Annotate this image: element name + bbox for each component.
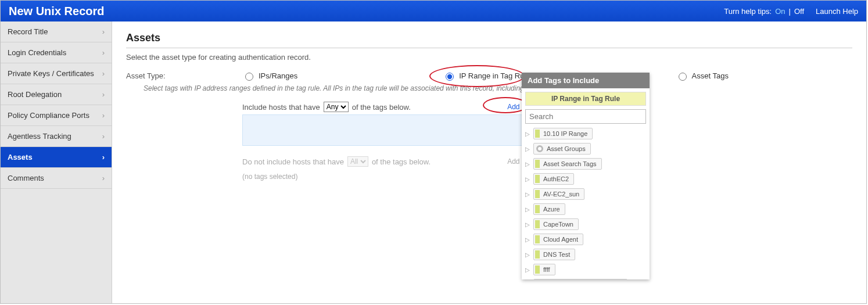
- radio-asset-tags-label: Asset Tags: [692, 71, 729, 80]
- color-swatch: [535, 190, 540, 198]
- tag-chip[interactable]: Cloud Agent: [533, 234, 583, 245]
- expand-icon[interactable]: ▷: [525, 131, 530, 137]
- radio-ip-range-tag-rule-input[interactable]: [446, 73, 454, 81]
- popup-title: Add Tags to Include: [522, 73, 650, 88]
- tag-chip[interactable]: 10.10 IP Range: [533, 128, 593, 139]
- tag-name: Asset Search Tags: [543, 160, 597, 167]
- sidebar-item-assets[interactable]: Assets ›: [1, 147, 112, 168]
- tag-row: ▷AuthEC2: [525, 171, 646, 186]
- sidebar-item-record-title[interactable]: Record Title ›: [1, 21, 112, 42]
- expand-icon[interactable]: ▷: [525, 221, 530, 228]
- expand-icon[interactable]: ▷: [525, 267, 530, 273]
- tag-chip[interactable]: Azure: [533, 203, 565, 215]
- tag-name: CapeTown: [543, 221, 573, 228]
- expand-icon[interactable]: ▷: [525, 161, 530, 167]
- tag-row: ▷ffff: [525, 262, 646, 277]
- expand-icon[interactable]: ▷: [525, 146, 530, 152]
- radio-ip-range-tag-rule-label: IP Range in Tag Rule: [459, 71, 530, 80]
- exclude-mode-select: All: [347, 156, 368, 167]
- include-tag-section: Include hosts that have Any of the tags …: [242, 102, 533, 184]
- sidebar-item-comments[interactable]: Comments ›: [1, 168, 112, 189]
- sidebar-item-private-keys[interactable]: Private Keys / Certificates ›: [1, 63, 112, 84]
- sidebar-item-label: Agentless Tracking: [8, 132, 71, 141]
- sidebar-item-label: Login Credentials: [8, 48, 66, 57]
- exclude-prefix: Do not include hosts that have: [242, 157, 344, 166]
- tag-chip[interactable]: Asset Groups: [533, 143, 591, 155]
- sidebar-item-agentless-tracking[interactable]: Agentless Tracking ›: [1, 126, 112, 147]
- tag-row: ▷DNS Test: [525, 247, 646, 262]
- tag-chip[interactable]: DNS Test: [533, 249, 575, 260]
- tag-name: ffff: [543, 266, 550, 273]
- launch-help-link[interactable]: Launch Help: [816, 7, 858, 16]
- chevron-right-icon: ›: [102, 27, 105, 36]
- expand-icon[interactable]: ▷: [525, 206, 530, 213]
- sidebar-item-label: Comments: [8, 174, 44, 182]
- expand-icon[interactable]: ▷: [525, 191, 530, 198]
- sidebar-item-policy-compliance[interactable]: Policy Compliance Ports ›: [1, 105, 112, 126]
- color-swatch: [535, 265, 540, 274]
- help-tips-off[interactable]: Off: [794, 7, 804, 16]
- tag-name: 10.10 IP Range: [543, 130, 587, 137]
- expand-icon[interactable]: ▷: [525, 236, 530, 243]
- tag-chip[interactable]: AuthEC2: [533, 173, 574, 185]
- tag-name: Cloud Agent: [543, 236, 578, 243]
- radio-ip-range-tag-rule[interactable]: IP Range in Tag Rule: [443, 71, 530, 81]
- title-bar: New Unix Record Turn help tips: On | Off…: [1, 1, 866, 21]
- tag-row: ▷Azure: [525, 202, 646, 217]
- asset-type-radio-group: IPs/Ranges IP Range in Tag Rule Asset Ta…: [242, 71, 729, 81]
- color-swatch: [535, 130, 540, 138]
- target-icon: [536, 145, 543, 152]
- chevron-right-icon: ›: [102, 111, 105, 120]
- window-title: New Unix Record: [9, 5, 104, 18]
- help-tips-sep: |: [789, 7, 791, 16]
- radio-ips-ranges[interactable]: IPs/Ranges: [242, 71, 297, 81]
- exclude-suffix: of the tags below.: [372, 157, 431, 166]
- help-tips-on[interactable]: On: [775, 7, 785, 16]
- tag-row: ▷CapeTown: [525, 217, 646, 232]
- asset-type-help-text: Select tags with IP address ranges defin…: [144, 84, 852, 92]
- tag-row: ▷Global_Network_Asset_Tag: [525, 277, 646, 279]
- tag-chip[interactable]: Asset Search Tags: [533, 158, 602, 170]
- radio-ips-ranges-input[interactable]: [245, 73, 253, 81]
- tag-row: ▷Asset Search Tags: [525, 156, 646, 171]
- sidebar: Record Title › Login Credentials › Priva…: [1, 21, 112, 303]
- chevron-right-icon: ›: [102, 174, 105, 182]
- tag-name: DNS Test: [543, 251, 570, 258]
- include-prefix: Include hosts that have: [242, 103, 320, 112]
- tag-chip[interactable]: ffff: [533, 264, 555, 275]
- tag-chip[interactable]: Global_Network_Asset_Tag: [533, 279, 627, 279]
- sidebar-item-root-delegation[interactable]: Root Delegation ›: [1, 84, 112, 105]
- main-panel: Assets Select the asset type for creatin…: [112, 21, 866, 303]
- sidebar-item-label: Record Title: [8, 27, 48, 36]
- tag-name: Asset Groups: [547, 145, 586, 152]
- radio-asset-tags-input[interactable]: [679, 73, 687, 81]
- tag-list[interactable]: ▷10.10 IP Range▷Asset Groups▷Asset Searc…: [522, 126, 650, 279]
- asset-type-row: Asset Type: IPs/Ranges IP Range in Tag R…: [126, 71, 852, 81]
- app-window: New Unix Record Turn help tips: On | Off…: [0, 0, 867, 304]
- include-suffix: of the tags below.: [352, 103, 411, 112]
- tag-name: AV-EC2_sun: [543, 191, 579, 198]
- header-right: Turn help tips: On | Off Launch Help: [724, 7, 858, 16]
- tag-chip[interactable]: CapeTown: [533, 218, 579, 230]
- radio-asset-tags[interactable]: Asset Tags: [676, 71, 729, 81]
- expand-icon[interactable]: ▷: [525, 176, 530, 182]
- include-mode-select[interactable]: Any: [324, 102, 349, 112]
- tag-row: ▷10.10 IP Range: [525, 126, 646, 141]
- sidebar-item-login-credentials[interactable]: Login Credentials ›: [1, 42, 112, 63]
- chevron-right-icon: ›: [102, 132, 105, 141]
- chevron-right-icon: ›: [102, 48, 105, 57]
- asset-type-label: Asset Type:: [126, 71, 242, 80]
- help-tips-label: Turn help tips:: [724, 7, 772, 16]
- tag-search-input[interactable]: [525, 109, 646, 124]
- add-tags-popup: Add Tags to Include IP Range in Tag Rule…: [522, 73, 650, 279]
- chevron-right-icon: ›: [102, 90, 105, 99]
- expand-icon[interactable]: ▷: [525, 252, 530, 258]
- page-subtitle: Select the asset type for creating authe…: [126, 53, 852, 62]
- tag-chip[interactable]: AV-EC2_sun: [533, 188, 584, 200]
- sidebar-item-label: Root Delegation: [8, 90, 62, 99]
- color-swatch: [535, 235, 540, 243]
- exclude-row: Do not include hosts that have All of th…: [242, 156, 533, 167]
- include-drop-zone[interactable]: [242, 114, 533, 146]
- sidebar-item-label: Private Keys / Certificates: [8, 69, 94, 78]
- sidebar-item-label: Assets: [8, 153, 33, 162]
